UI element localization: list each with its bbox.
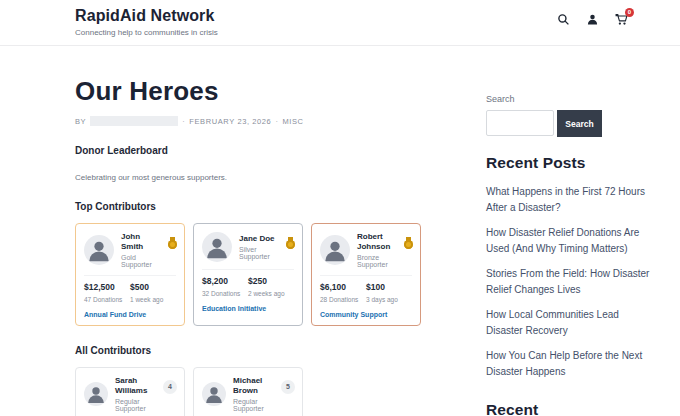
byline-date: FEBRUARY 23, 2026 [189, 117, 271, 126]
donation-count: 28 Donations [320, 296, 366, 303]
donor-name: John Smith [121, 232, 164, 252]
search-button[interactable]: Search [557, 110, 602, 137]
donor-level: Regular Supporter [115, 398, 164, 412]
recent-post-link[interactable]: How You Can Help Before the Next Disaste… [486, 348, 651, 380]
medal-icon [404, 240, 413, 249]
search-label: Search [486, 94, 651, 104]
last-donation-time: 2 weeks ago [248, 290, 294, 297]
search-icon[interactable] [557, 13, 570, 26]
user-icon[interactable] [586, 13, 599, 26]
donor-card: Sarah Williams Regular Supporter 4 $4,80… [75, 367, 185, 416]
cart-icon[interactable]: 0 [615, 13, 628, 26]
last-amount: $500 [130, 282, 176, 292]
section-all-contributors: All Contributors [75, 345, 457, 356]
avatar [202, 232, 232, 262]
medal-icon [286, 240, 295, 249]
list-item: How Local Communities Lead Disaster Reco… [486, 307, 651, 339]
avatar [84, 235, 114, 265]
recent-post-link[interactable]: Stories From the Field: How Disaster Rel… [486, 266, 651, 298]
byline-separator: · [182, 117, 185, 126]
total-amount: $6,100 [320, 282, 366, 292]
top-contributors-grid: John Smith Gold Supporter $12,500 47 Don… [75, 223, 457, 326]
donation-count: 47 Donations [84, 296, 130, 303]
article: Our Heroes BY · FEBRUARY 23, 2026 · MISC… [75, 46, 457, 416]
donor-card: Jane Doe Silver Supporter $8,200 32 Dona… [193, 223, 303, 326]
list-item: Stories From the Field: How Disaster Rel… [486, 266, 651, 298]
donor-level: Gold Supporter [121, 254, 164, 268]
last-amount: $100 [366, 282, 412, 292]
sidebar: Search Search Recent Posts What Happens … [486, 46, 651, 416]
avatar [84, 382, 108, 406]
leaderboard-title: Donor Leaderboard [75, 145, 457, 156]
total-amount: $8,200 [202, 276, 248, 286]
content: Our Heroes BY · FEBRUARY 23, 2026 · MISC… [0, 46, 680, 416]
campaign-link[interactable]: Annual Fund Drive [84, 311, 176, 318]
avatar [320, 235, 350, 265]
donation-count: 32 Donations [202, 290, 248, 297]
recent-post-link[interactable]: How Local Communities Lead Disaster Reco… [486, 307, 651, 339]
donor-level: Regular Supporter [233, 398, 282, 412]
donor-name: Michael Brown [233, 376, 282, 396]
byline-separator: · [275, 117, 278, 126]
last-amount: $250 [248, 276, 294, 286]
donor-card: Robert Johnson Bronze Supporter $6,100 2… [311, 223, 421, 326]
rank-badge: 4 [163, 380, 177, 394]
cart-badge: 0 [625, 8, 634, 17]
list-item: How Disaster Relief Donations Are Used (… [486, 225, 651, 257]
avatar [202, 382, 226, 406]
recent-post-link[interactable]: How Disaster Relief Donations Are Used (… [486, 225, 651, 257]
donor-level: Silver Supporter [239, 246, 282, 260]
last-donation-time: 3 days ago [366, 296, 412, 303]
page-title: Our Heroes [75, 76, 457, 107]
leaderboard-subtitle: Celebrating our most generous supporters… [75, 173, 457, 182]
recent-posts-list: What Happens in the First 72 Hours After… [486, 184, 651, 380]
last-donation-time: 1 week ago [130, 296, 176, 303]
recent-post-link[interactable]: What Happens in the First 72 Hours After… [486, 184, 651, 216]
donor-name: Jane Doe [239, 234, 282, 244]
byline-author-placeholder [90, 116, 178, 126]
byline-category-link[interactable]: MISC [282, 117, 303, 126]
campaign-link[interactable]: Education Initiative [202, 305, 294, 312]
medal-icon [168, 240, 177, 249]
donor-name: Sarah Williams [115, 376, 164, 396]
donor-card: John Smith Gold Supporter $12,500 47 Don… [75, 223, 185, 326]
recent-comments-title: Recent Comments [486, 401, 591, 416]
donor-name: Robert Johnson [357, 232, 400, 252]
list-item: What Happens in the First 72 Hours After… [486, 184, 651, 216]
recent-posts-title: Recent Posts [486, 154, 651, 172]
byline-prefix: BY [75, 117, 86, 126]
donor-level: Bronze Supporter [357, 254, 400, 268]
header-icons: 0 [557, 13, 628, 26]
list-item: How You Can Help Before the Next Disaste… [486, 348, 651, 380]
site-tagline: Connecting help to communities in crisis [75, 28, 680, 37]
rank-badge: 5 [281, 380, 295, 394]
all-contributors-grid: Sarah Williams Regular Supporter 4 $4,80… [75, 367, 457, 416]
section-top-contributors: Top Contributors [75, 201, 457, 212]
campaign-link[interactable]: Community Support [320, 311, 412, 318]
total-amount: $12,500 [84, 282, 130, 292]
page: RapidAid Network Connecting help to comm… [0, 0, 680, 416]
byline: BY · FEBRUARY 23, 2026 · MISC [75, 116, 457, 126]
site-header: RapidAid Network Connecting help to comm… [0, 0, 680, 46]
donor-card: Michael Brown Regular Supporter 5 $3,500… [193, 367, 303, 416]
search-input[interactable] [486, 110, 554, 136]
